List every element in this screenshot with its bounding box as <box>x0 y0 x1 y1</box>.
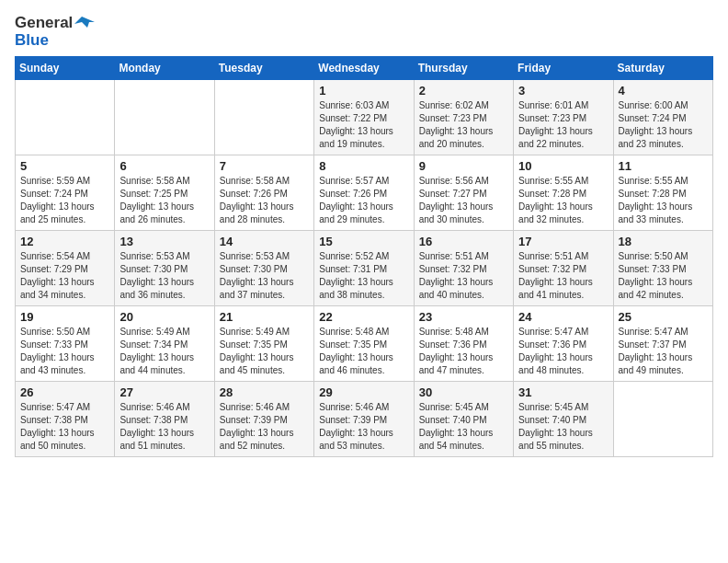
day-info: Sunrise: 5:52 AMSunset: 7:31 PMDaylight:… <box>319 250 408 302</box>
day-info: Sunrise: 5:47 AMSunset: 7:36 PMDaylight:… <box>518 326 608 377</box>
calendar-cell: 14Sunrise: 5:53 AMSunset: 7:30 PMDayligh… <box>214 231 313 306</box>
calendar-cell <box>613 382 712 457</box>
day-info: Sunrise: 5:57 AMSunset: 7:26 PMDaylight:… <box>319 175 408 226</box>
day-info: Sunrise: 5:58 AMSunset: 7:25 PMDaylight:… <box>119 175 209 226</box>
day-number: 12 <box>20 235 109 248</box>
day-info: Sunrise: 6:01 AMSunset: 7:23 PMDaylight:… <box>518 99 608 151</box>
day-info: Sunrise: 5:58 AMSunset: 7:26 PMDaylight:… <box>220 175 309 226</box>
day-number: 29 <box>319 385 408 399</box>
day-info: Sunrise: 5:49 AMSunset: 7:34 PMDaylight:… <box>119 326 209 377</box>
day-info: Sunrise: 5:53 AMSunset: 7:30 PMDaylight:… <box>220 250 309 302</box>
calendar-cell: 12Sunrise: 5:54 AMSunset: 7:29 PMDayligh… <box>16 231 115 306</box>
day-number: 17 <box>518 235 608 248</box>
calendar-cell: 3Sunrise: 6:01 AMSunset: 7:23 PMDaylight… <box>514 80 613 155</box>
calendar-cell: 27Sunrise: 5:46 AMSunset: 7:38 PMDayligh… <box>115 382 214 457</box>
calendar-cell: 6Sunrise: 5:58 AMSunset: 7:25 PMDaylight… <box>115 155 214 231</box>
day-number: 4 <box>619 84 708 98</box>
week-row-5: 26Sunrise: 5:47 AMSunset: 7:38 PMDayligh… <box>16 382 713 457</box>
calendar-cell: 24Sunrise: 5:47 AMSunset: 7:36 PMDayligh… <box>514 306 613 382</box>
calendar-cell: 4Sunrise: 6:00 AMSunset: 7:24 PMDaylight… <box>613 80 712 155</box>
day-number: 9 <box>419 159 508 173</box>
day-info: Sunrise: 5:54 AMSunset: 7:29 PMDaylight:… <box>20 250 109 302</box>
header: General Blue <box>15 15 713 49</box>
day-number: 6 <box>119 159 209 173</box>
weekday-friday: Friday <box>514 57 613 80</box>
calendar-cell: 18Sunrise: 5:50 AMSunset: 7:33 PMDayligh… <box>613 231 712 306</box>
day-number: 22 <box>319 310 408 324</box>
calendar-cell: 21Sunrise: 5:49 AMSunset: 7:35 PMDayligh… <box>214 306 313 382</box>
day-number: 14 <box>220 235 309 248</box>
calendar-cell <box>16 80 115 155</box>
calendar-cell <box>115 80 214 155</box>
calendar-cell: 10Sunrise: 5:55 AMSunset: 7:28 PMDayligh… <box>514 155 613 231</box>
weekday-wednesday: Wednesday <box>314 57 414 80</box>
calendar-cell: 31Sunrise: 5:45 AMSunset: 7:40 PMDayligh… <box>514 382 613 457</box>
calendar-cell: 23Sunrise: 5:48 AMSunset: 7:36 PMDayligh… <box>414 306 513 382</box>
day-info: Sunrise: 5:45 AMSunset: 7:40 PMDaylight:… <box>419 401 508 453</box>
logo: General Blue <box>15 15 95 49</box>
logo-general: General <box>15 15 73 32</box>
day-number: 19 <box>20 310 109 324</box>
logo-blue: Blue <box>15 32 95 50</box>
calendar-cell: 13Sunrise: 5:53 AMSunset: 7:30 PMDayligh… <box>115 231 214 306</box>
calendar-cell <box>214 80 313 155</box>
day-number: 7 <box>220 159 309 173</box>
calendar: SundayMondayTuesdayWednesdayThursdayFrid… <box>15 56 713 457</box>
day-info: Sunrise: 5:50 AMSunset: 7:33 PMDaylight:… <box>619 250 708 302</box>
day-info: Sunrise: 5:48 AMSunset: 7:36 PMDaylight:… <box>419 326 508 377</box>
logo-bird-icon <box>74 15 95 31</box>
day-number: 20 <box>119 310 209 324</box>
calendar-cell: 26Sunrise: 5:47 AMSunset: 7:38 PMDayligh… <box>16 382 115 457</box>
day-number: 25 <box>619 310 708 324</box>
day-number: 16 <box>419 235 508 248</box>
day-info: Sunrise: 6:03 AMSunset: 7:22 PMDaylight:… <box>319 99 408 151</box>
weekday-tuesday: Tuesday <box>214 57 313 80</box>
day-info: Sunrise: 5:47 AMSunset: 7:38 PMDaylight:… <box>20 401 109 453</box>
day-info: Sunrise: 5:45 AMSunset: 7:40 PMDaylight:… <box>518 401 608 453</box>
calendar-cell: 16Sunrise: 5:51 AMSunset: 7:32 PMDayligh… <box>414 231 513 306</box>
day-number: 15 <box>319 235 408 248</box>
day-info: Sunrise: 5:46 AMSunset: 7:39 PMDaylight:… <box>319 401 408 453</box>
day-info: Sunrise: 6:02 AMSunset: 7:23 PMDaylight:… <box>419 99 508 151</box>
week-row-4: 19Sunrise: 5:50 AMSunset: 7:33 PMDayligh… <box>16 306 713 382</box>
day-info: Sunrise: 5:55 AMSunset: 7:28 PMDaylight:… <box>619 175 708 226</box>
day-info: Sunrise: 5:51 AMSunset: 7:32 PMDaylight:… <box>518 250 608 302</box>
week-row-1: 1Sunrise: 6:03 AMSunset: 7:22 PMDaylight… <box>16 80 713 155</box>
calendar-cell: 28Sunrise: 5:46 AMSunset: 7:39 PMDayligh… <box>214 382 313 457</box>
day-info: Sunrise: 5:48 AMSunset: 7:35 PMDaylight:… <box>319 326 408 377</box>
svg-marker-0 <box>74 17 95 28</box>
weekday-thursday: Thursday <box>414 57 513 80</box>
day-number: 24 <box>518 310 608 324</box>
day-number: 10 <box>518 159 608 173</box>
day-number: 5 <box>20 159 109 173</box>
calendar-cell: 9Sunrise: 5:56 AMSunset: 7:27 PMDaylight… <box>414 155 513 231</box>
day-number: 2 <box>419 84 508 98</box>
day-number: 26 <box>20 385 109 399</box>
day-number: 8 <box>319 159 408 173</box>
day-number: 11 <box>619 159 708 173</box>
calendar-cell: 15Sunrise: 5:52 AMSunset: 7:31 PMDayligh… <box>314 231 414 306</box>
calendar-cell: 30Sunrise: 5:45 AMSunset: 7:40 PMDayligh… <box>414 382 513 457</box>
weekday-saturday: Saturday <box>613 57 712 80</box>
day-info: Sunrise: 5:59 AMSunset: 7:24 PMDaylight:… <box>20 175 109 226</box>
calendar-cell: 7Sunrise: 5:58 AMSunset: 7:26 PMDaylight… <box>214 155 313 231</box>
calendar-cell: 29Sunrise: 5:46 AMSunset: 7:39 PMDayligh… <box>314 382 414 457</box>
week-row-3: 12Sunrise: 5:54 AMSunset: 7:29 PMDayligh… <box>16 231 713 306</box>
calendar-cell: 19Sunrise: 5:50 AMSunset: 7:33 PMDayligh… <box>16 306 115 382</box>
calendar-cell: 11Sunrise: 5:55 AMSunset: 7:28 PMDayligh… <box>613 155 712 231</box>
calendar-cell: 5Sunrise: 5:59 AMSunset: 7:24 PMDaylight… <box>16 155 115 231</box>
weekday-header-row: SundayMondayTuesdayWednesdayThursdayFrid… <box>16 57 713 80</box>
day-info: Sunrise: 5:46 AMSunset: 7:39 PMDaylight:… <box>220 401 309 453</box>
calendar-cell: 2Sunrise: 6:02 AMSunset: 7:23 PMDaylight… <box>414 80 513 155</box>
calendar-cell: 25Sunrise: 5:47 AMSunset: 7:37 PMDayligh… <box>613 306 712 382</box>
day-number: 3 <box>518 84 608 98</box>
day-number: 31 <box>518 385 608 399</box>
day-number: 1 <box>319 84 408 98</box>
day-info: Sunrise: 5:50 AMSunset: 7:33 PMDaylight:… <box>20 326 109 377</box>
week-row-2: 5Sunrise: 5:59 AMSunset: 7:24 PMDaylight… <box>16 155 713 231</box>
day-number: 27 <box>119 385 209 399</box>
day-info: Sunrise: 5:53 AMSunset: 7:30 PMDaylight:… <box>119 250 209 302</box>
day-info: Sunrise: 5:56 AMSunset: 7:27 PMDaylight:… <box>419 175 508 226</box>
day-number: 13 <box>119 235 209 248</box>
weekday-monday: Monday <box>115 57 214 80</box>
